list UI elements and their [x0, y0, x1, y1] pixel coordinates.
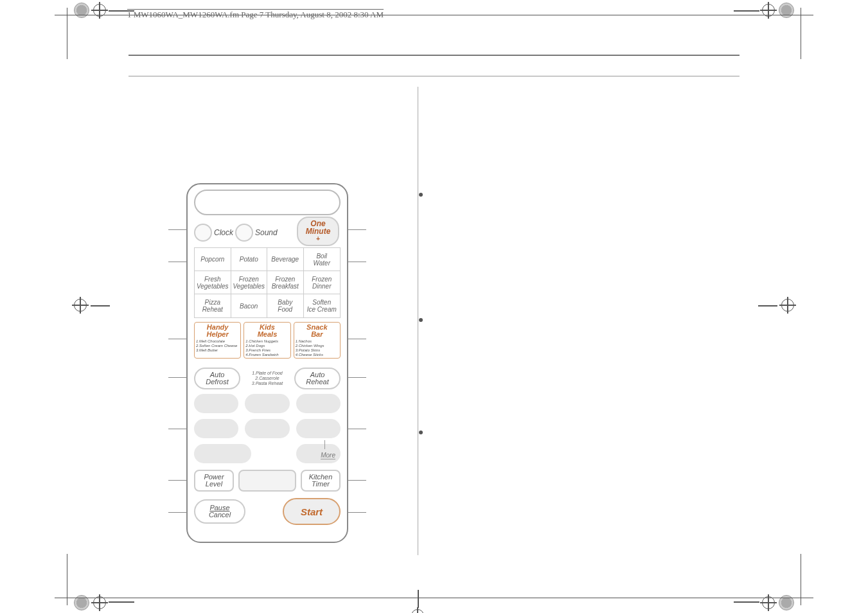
column-divider: [418, 87, 418, 555]
cat-kids-meals[interactable]: Kids Meals 1.Chicken Nuggets 2.Hot Dogs …: [244, 322, 290, 359]
one-minute-plus-button[interactable]: One Minute +: [297, 217, 339, 246]
one-minute-line2: Minute: [306, 227, 331, 235]
microwave-control-panel: Clock Sound One Minute + Popcorn Potato …: [186, 183, 348, 543]
cat-title: Handy Helper: [196, 324, 239, 338]
cat-sub: 1.Chicken Nuggets 2.Hot Dogs 3.French Fr…: [245, 339, 288, 357]
frame-vert: [801, 8, 801, 59]
number-pad: [194, 394, 341, 463]
auto-defrost-button[interactable]: Auto Defrost: [194, 368, 240, 389]
function-grid: Popcorn Potato Beverage Boil Water Fresh…: [194, 247, 341, 318]
page-header-filename: 1 MW1060WA_MW1260WA.fm Page 7 Thursday, …: [127, 10, 384, 21]
numpad-key[interactable]: [245, 419, 289, 438]
list-bullet: [419, 193, 423, 197]
func-potato[interactable]: Potato: [231, 248, 268, 271]
frame-line-bottom: [55, 598, 813, 598]
leader-line: [168, 429, 188, 429]
auto-reheat-button[interactable]: Auto Reheat: [294, 368, 341, 389]
leader-line: [168, 512, 188, 513]
func-frozen-vegetables[interactable]: Frozen Vegetables: [231, 271, 268, 294]
sound-label: Sound: [255, 228, 278, 237]
kitchen-timer-button[interactable]: Kitchen Timer: [301, 470, 341, 492]
leader-line: [168, 229, 188, 230]
leader-line: [168, 339, 188, 339]
func-soften-ice-cream[interactable]: Soften Ice Cream: [304, 294, 341, 317]
more-label: More: [321, 452, 335, 459]
func-fresh-vegetables[interactable]: Fresh Vegetables: [195, 271, 231, 294]
more-line: [324, 440, 325, 449]
leader-line: [347, 339, 366, 339]
content-rule: [128, 55, 740, 56]
cat-title: Snack Bar: [296, 324, 339, 338]
clock-label: Clock: [214, 228, 233, 237]
func-boil-water[interactable]: Boil Water: [304, 248, 341, 271]
clock-button[interactable]: [194, 224, 212, 242]
cat-snack-bar[interactable]: Snack Bar 1.Nachos 2.Chicken Wings 3.Pot…: [294, 322, 341, 359]
func-popcorn[interactable]: Popcorn: [195, 248, 231, 271]
cat-sub: 1.Melt Chocolate 2.Soften Cream Cheese 3…: [196, 339, 239, 353]
leader-line: [347, 262, 366, 262]
numpad-key[interactable]: [245, 394, 289, 413]
pause-cancel-button[interactable]: Pause Cancel: [194, 499, 245, 524]
cat-title: Kids Meals: [245, 324, 288, 338]
frame-vert: [67, 554, 67, 605]
leader-line: [168, 480, 188, 481]
func-frozen-breakfast[interactable]: Frozen Breakfast: [267, 271, 304, 294]
frame-vert: [801, 554, 801, 605]
cat-sub: 1.Nachos 2.Chicken Wings 3.Potato Skins …: [296, 339, 339, 357]
cat-handy-helper[interactable]: Handy Helper 1.Melt Chocolate 2.Soften C…: [194, 322, 241, 359]
leader-line: [347, 229, 366, 230]
auto-reheat-options: 1.Plate of Food 2.Casserole 3.Pasta Rehe…: [240, 371, 294, 386]
leader-line: [347, 480, 366, 481]
numpad-key[interactable]: [194, 444, 251, 463]
display-window: [194, 190, 341, 215]
numpad-key[interactable]: [194, 394, 238, 413]
list-bullet: [419, 318, 423, 322]
func-beverage[interactable]: Beverage: [267, 248, 304, 271]
func-pizza-reheat[interactable]: Pizza Reheat: [195, 294, 231, 317]
category-row: Handy Helper 1.Melt Chocolate 2.Soften C…: [194, 322, 341, 359]
cancel-label: Cancel: [209, 511, 231, 519]
list-bullet: [419, 431, 423, 434]
leader-line: [347, 377, 366, 378]
leader-line: [168, 262, 188, 262]
sound-button[interactable]: [235, 224, 253, 242]
power-level-button[interactable]: Power Level: [194, 470, 234, 492]
frame-vert: [67, 8, 67, 59]
numpad-key[interactable]: [296, 394, 341, 413]
numpad-key[interactable]: [194, 419, 238, 438]
leader-line: [347, 429, 366, 429]
content-rule: [128, 76, 740, 76]
reg-mark-tl: [74, 3, 89, 18]
one-minute-plus: +: [316, 235, 320, 243]
zero-key[interactable]: [238, 470, 296, 492]
numpad-key[interactable]: [296, 419, 341, 438]
start-button[interactable]: Start: [283, 498, 341, 525]
func-baby-food[interactable]: Baby Food: [267, 294, 304, 317]
func-bacon[interactable]: Bacon: [231, 294, 268, 317]
func-frozen-dinner[interactable]: Frozen Dinner: [304, 271, 341, 294]
leader-line: [168, 377, 188, 378]
leader-line: [347, 512, 366, 513]
